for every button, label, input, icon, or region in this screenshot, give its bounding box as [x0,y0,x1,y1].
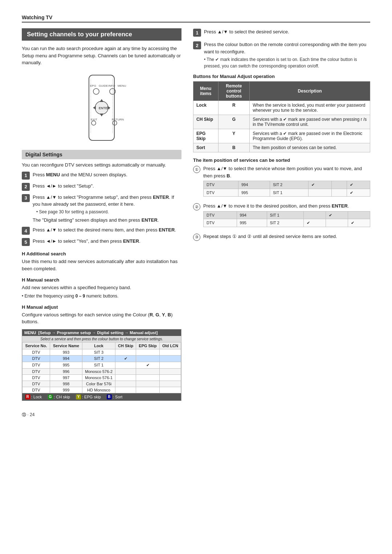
intro-text: You can run the auto search procedure ag… [22,45,181,66]
cell-name: Color Bar 576i [82,381,115,387]
cell-ch-skip [136,387,160,393]
step-2-num: 2 [22,183,30,191]
manual-search-text: Add new services within a specified freq… [22,284,181,291]
cell-ch-skip [136,349,160,355]
cell-type: DTV [23,381,50,387]
col-epg-skip: EPG Skip [136,342,160,349]
cell-old-lcn [160,381,181,387]
cell-old-lcn [160,349,181,355]
table-row: DTV 999 HD Monosco [23,387,181,393]
legend-red-label: : Lock [31,395,42,399]
step-2: 2 Press ◄/► to select "Setup". [22,182,181,191]
cell-type: DTV [23,349,50,355]
dtv-c3: ✔ [347,181,370,189]
step-3-content: Press ▲/▼ to select "Programme setup", a… [33,194,181,224]
step-3-num: 3 [22,194,30,202]
step-2-content: Press ◄/► to select "Setup". [33,182,181,190]
cell-name: Monosco 576-1 [82,374,115,381]
cell-num: 998 [50,381,82,387]
step-3: 3 Press ▲/▼ to select "Programme setup",… [22,194,181,224]
step-4: 4 Press ▲/▼ to select the desired menu i… [22,226,181,235]
step-3-note: See page 30 for setting a password. [36,209,181,215]
table-row: DTV 996 Monosco 576-2 [23,368,181,374]
red-btn: R [25,394,30,399]
legend-blue-label: : Sort [113,395,122,399]
bma-row-chskip: CH Skip G Services with a ✔ mark are pas… [193,115,370,129]
cell-lock [115,349,136,355]
dtv-c2 [332,181,347,189]
bma-btn-r: R [218,101,250,115]
dtv-type: DTV [204,219,237,227]
bma-menu-chskip: CH Skip [193,115,219,129]
sort-step-2-content: Press ▲/▼ to move it to the desired posi… [203,202,370,230]
bma-title: Buttons for Manual Adjust operation [193,74,370,79]
sort-step-3-content: Repeat steps ① and ② until all desired s… [203,233,370,240]
table-row: DTV 993 SIT 3 [23,349,181,355]
table-row: DTV 998 Color Bar 576i [23,381,181,387]
sort-table-row: DTV 995 SIT 1 ✔ [204,189,370,197]
blue-btn: B [107,394,112,399]
sort-step-1-num: ① [193,166,200,173]
dtv-c1: ✔ [309,181,332,189]
left-column: Setting channels to your preference You … [22,28,181,401]
bma-header-row: Menu items Remote controlbuttons Descrip… [193,82,370,101]
cell-ch-skip: ✔ [136,362,160,368]
manual-adjust-text: Configure various settings for each serv… [22,311,181,325]
svg-marker-9 [100,99,103,102]
dtv-name: SIT 2 [270,181,309,189]
manual-adjust-heading: Manual adjust [22,304,181,310]
col-lock: Lock [82,342,115,349]
bma-menu-lock: Lock [193,101,219,115]
step-5-content: Press ◄/► to select "Yes", and then pres… [33,238,181,245]
svg-marker-11 [93,106,96,110]
cell-lock [115,362,136,368]
cell-type: DTV [23,387,50,393]
bma-desc-epgskip: Services with a ✔ mark are passed over i… [250,129,370,143]
remote-svg: EPG GUIDE INFO MENU ENTER EXIT [69,71,134,144]
sort-step-1: ① Press ▲/▼ to select the service whose … [193,165,370,200]
cell-name: SIT 3 [82,349,115,355]
manual-adjust-table: Service No. Service Name Lock CH Skip EP… [22,342,181,393]
dtv-num: 995 [238,189,270,197]
legend-green: G : CH skip [48,394,70,399]
step-3-extra: The "Digital setting" screen displays an… [33,217,181,224]
cell-type: DTV [23,355,50,362]
cell-lock: ✔ [115,355,136,362]
bma-table: Menu items Remote controlbuttons Descrip… [193,81,370,152]
right-column: 1 Press ▲/▼ to select the desired servic… [193,28,370,244]
bma-col-btn: Remote controlbuttons [218,82,250,101]
dtv-type: DTV [204,181,238,189]
dtv-type: DTV [204,211,237,219]
right-step-2-note: The ✔ mark indicates the operation is se… [204,56,370,69]
bma-desc-sort: The item position of services can be sor… [250,143,370,152]
cell-name: Monosco 576-2 [82,368,115,374]
bma-row-sort: Sort B The item position of services can… [193,143,370,152]
manual-search-heading: Manual search [22,277,181,283]
svg-text:INFO: INFO [108,84,115,87]
sort-title: The item position of services can be sor… [193,157,370,163]
dtv-c2 [326,219,348,227]
dtv-type: DTV [204,189,238,197]
step-5-num: 5 [22,238,30,246]
green-btn: G [48,394,53,399]
step-4-content: Press ▲/▼ to select the desired menu ite… [33,226,181,234]
cell-lock [115,387,136,393]
bma-col-menu: Menu items [193,82,219,101]
svg-text:MENU: MENU [118,84,126,87]
cell-ch-skip [136,368,160,374]
step-1: 1 Press MENU and the MENU screen display… [22,171,181,180]
main-content: Setting channels to your preference You … [22,28,370,401]
dtv-num: 994 [237,211,267,219]
dtv-c3: ✔ [347,189,370,197]
digital-settings-title: Digital Settings [22,150,181,159]
cell-old-lcn [160,368,181,374]
manual-adjust-screen: MENU [Setup → Programme setup → Digital … [22,329,181,401]
cell-name: HD Monosco [82,387,115,393]
svg-text:RETURN: RETURN [112,118,124,121]
bma-menu-sort: Sort [193,143,219,152]
bma-desc-lock: When the service is locked, you must ent… [250,101,370,115]
cell-lock [115,374,136,381]
legend-green-label: : CH skip [54,395,70,399]
cell-num: 999 [50,387,82,393]
step-4-num: 4 [22,227,30,235]
